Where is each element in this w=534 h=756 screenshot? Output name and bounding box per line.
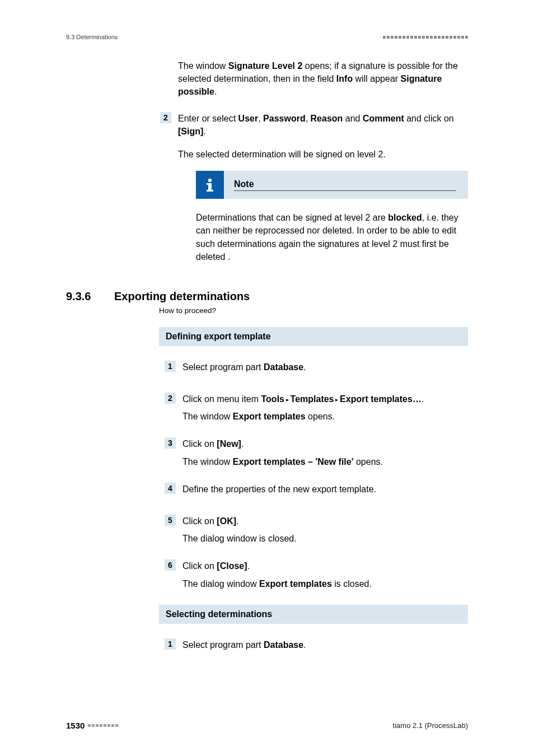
svg-rect-3 [207, 183, 212, 185]
step-2: 2 Enter or select User, Password, Reason… [160, 112, 468, 263]
info-icon [196, 171, 224, 199]
text: . [214, 87, 217, 96]
content-column: The window Signature Level 2 opens; if a… [178, 59, 468, 99]
block-title-selecting-determinations: Selecting determinations [159, 605, 468, 624]
text-bold: [Sign] [178, 127, 203, 136]
text: The window [182, 412, 233, 421]
step-instruction: Click on [New]. [182, 437, 468, 450]
text: , [306, 114, 311, 123]
page-number-wrap: 1530 [66, 721, 118, 730]
step-instruction: Click on [Close]. [182, 559, 468, 572]
step-result: The window Export templates opens. [182, 410, 468, 423]
page-footer: 1530 tiamo 2.1 (ProcessLab) [66, 721, 468, 730]
text: and click on [404, 114, 454, 123]
text: . [303, 362, 306, 372]
step-instruction: Define the properties of the new export … [182, 483, 468, 496]
section-title: Exporting determinations [114, 290, 250, 303]
text-bold: Reason [311, 114, 343, 123]
running-header: 9.3 Determinations [66, 34, 468, 40]
step-3: 3 Click on [New]. The window Export temp… [165, 437, 468, 468]
text: The window [182, 457, 233, 466]
text-bold: Info [336, 74, 353, 83]
note-body: Determinations that can be signed at lev… [196, 211, 468, 263]
text-bold: [New] [217, 439, 241, 449]
text: . [247, 561, 250, 571]
step-instruction: Enter or select User, Password, Reason a… [178, 112, 468, 138]
product-label: tiamo 2.1 (ProcessLab) [393, 721, 468, 730]
text: will appear [353, 74, 400, 83]
step-number: 6 [165, 559, 176, 571]
text: The window [178, 61, 228, 71]
signature-window-paragraph: The window Signature Level 2 opens; if a… [178, 59, 468, 99]
text: Enter or select [178, 114, 238, 123]
steps-defining-export-template: 1 Select program part Database. 2 Click … [165, 361, 468, 590]
page-number: 1530 [66, 721, 85, 730]
step-4: 4 Define the properties of the new expor… [165, 483, 468, 500]
text: opens. [354, 457, 383, 466]
note-header: Note [196, 171, 468, 199]
section-heading: 9.3.6 Exporting determinations [66, 290, 468, 303]
text: opens. [306, 412, 335, 421]
section-subtext: How to proceed? [159, 306, 468, 315]
text: Click on [182, 561, 217, 571]
text: Click on [182, 439, 217, 449]
text: Click on [182, 516, 217, 526]
text: and [343, 114, 363, 123]
step-6: 6 Click on [Close]. The dialog window Ex… [165, 559, 468, 590]
text-bold: Templates [291, 394, 334, 404]
text-bold: Signature Level 2 [228, 61, 303, 71]
text-bold: Export templates – 'New file' [233, 457, 354, 466]
text-bold: User [238, 114, 259, 123]
step-number: 1 [165, 361, 176, 372]
svg-point-1 [208, 179, 212, 182]
text: The dialog window [182, 579, 259, 589]
text: . [303, 640, 306, 650]
step-2: 2 Click on menu item Tools ▸ Templates ▸… [165, 393, 468, 423]
step-1: 1 Select program part Database. [165, 638, 468, 656]
note-underline [234, 190, 456, 191]
step-number: 4 [165, 483, 176, 494]
step-number: 1 [165, 638, 176, 650]
text: , [258, 114, 263, 123]
text-bold: Password [263, 114, 306, 123]
section-reference: 9.3 Determinations [66, 34, 118, 40]
text-bold: [OK] [217, 516, 236, 526]
text: Determinations that can be signed at lev… [196, 213, 388, 222]
step-result: The dialog window Export templates is cl… [182, 577, 468, 590]
menu-separator-icon: ▸ [334, 396, 340, 403]
step-number: 3 [165, 437, 176, 449]
text: . [241, 439, 243, 449]
step-instruction: Click on menu item Tools ▸ Templates ▸ E… [182, 393, 468, 405]
text-bold: Export templates [259, 579, 332, 589]
text: Click on menu item [182, 394, 261, 404]
note-title-wrap: Note [224, 171, 468, 199]
text: . [236, 516, 238, 526]
text-bold: Database [264, 362, 303, 372]
step-instruction: Click on [OK]. [182, 515, 468, 528]
note-box: Note Determinations that can be signed a… [196, 171, 468, 263]
step-number: 2 [160, 112, 171, 123]
note-title: Note [234, 179, 468, 190]
menu-separator-icon: ▸ [284, 396, 291, 403]
step-instruction: Select program part Database. [182, 361, 468, 374]
text-bold: Comment [363, 114, 404, 123]
text-bold: Export templates… [340, 394, 421, 404]
footer-decoration [88, 724, 118, 727]
step-result: The window Export templates – 'New file'… [182, 455, 468, 468]
text: Select program part [182, 640, 264, 650]
step-number: 5 [165, 515, 176, 526]
svg-rect-4 [207, 190, 213, 192]
step-1: 1 Select program part Database. [165, 361, 468, 378]
text-bold: [Close] [217, 561, 247, 571]
step-number: 2 [165, 393, 176, 404]
block-title-defining-export-template: Defining export template [159, 327, 468, 346]
header-decoration [383, 36, 468, 39]
step-instruction: Select program part Database. [182, 638, 468, 651]
text: Select program part [182, 362, 264, 372]
text-bold: Database [264, 640, 303, 650]
step-result: The dialog window is closed. [182, 532, 468, 545]
text: . [421, 394, 424, 404]
text: . [203, 127, 205, 136]
step-5: 5 Click on [OK]. The dialog window is cl… [165, 515, 468, 545]
text-bold: blocked [388, 213, 421, 222]
